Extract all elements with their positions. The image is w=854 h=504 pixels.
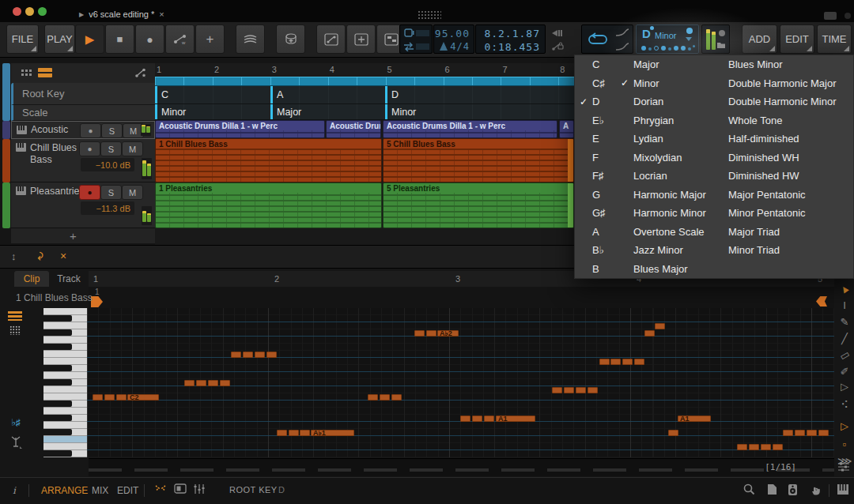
menu-scale-item-2[interactable]: Major Triad — [728, 226, 853, 238]
knife-tool[interactable]: ╱ — [837, 333, 852, 344]
black-key[interactable] — [43, 365, 72, 371]
metronome-icon[interactable] — [440, 42, 448, 51]
root-key-status-value[interactable]: D — [278, 485, 285, 495]
menu-key-item[interactable]: C♯ — [592, 77, 616, 89]
midi-note[interactable] — [243, 352, 253, 358]
playhead-marker[interactable] — [91, 296, 103, 307]
menu-scale-item-2[interactable]: Half-diminished — [728, 133, 853, 145]
add-time-button[interactable] — [346, 24, 376, 54]
menu-scale-item-2[interactable]: Minor Triad — [728, 244, 853, 256]
midi-note[interactable] — [795, 430, 805, 436]
record-arm-button[interactable]: ● — [79, 141, 100, 156]
mic-input-icon[interactable] — [8, 436, 24, 449]
white-key[interactable] — [43, 308, 87, 315]
file-menu-button[interactable]: FILE — [6, 24, 39, 54]
list-view-icon[interactable] — [38, 68, 52, 77]
menu-scale-item[interactable]: Mixolydian — [633, 152, 728, 164]
arranger-clip[interactable]: 5 Pleasantries — [383, 182, 574, 228]
root-key-event[interactable]: D — [385, 86, 574, 103]
step-input-tool[interactable]: ⠪ — [837, 399, 852, 411]
arranger-loop-region[interactable] — [155, 77, 574, 86]
automation-lock-icon[interactable] — [551, 41, 564, 51]
play-menu-button[interactable]: PLAY — [44, 24, 75, 54]
menu-scale-item[interactable]: Harmonic Minor — [633, 207, 728, 219]
editor-sub-ruler[interactable]: 1 — [89, 287, 834, 308]
menu-scale-item[interactable]: Blues Major — [633, 263, 728, 275]
pen-tool[interactable]: ✐ — [837, 366, 852, 378]
midi-note[interactable] — [634, 359, 644, 365]
follow-playback-icon[interactable]: ↷ — [33, 251, 46, 261]
white-key[interactable] — [43, 358, 87, 365]
black-key[interactable] — [43, 415, 72, 421]
mixer-strip-icon[interactable] — [193, 483, 206, 495]
view-edit-button[interactable]: EDIT — [117, 485, 138, 496]
layered-editing-button[interactable] — [236, 24, 265, 54]
single-panel-icon[interactable] — [174, 483, 187, 494]
midi-note[interactable] — [255, 352, 265, 358]
arranger-clip[interactable]: 5 Chill Blues Bass — [383, 138, 574, 182]
grid-resolution-value[interactable]: [1/16] — [765, 462, 796, 472]
midi-note[interactable] — [622, 359, 633, 365]
time-signature-value[interactable]: 4/4 — [450, 41, 470, 52]
black-key[interactable] — [43, 429, 72, 435]
groove-amount-box[interactable] — [416, 30, 429, 36]
track-header-chill-blues-bass[interactable]: Chill Blues Bass ● S M −10.0 dB — [11, 139, 155, 182]
window-zoom-button[interactable] — [38, 7, 47, 16]
enharmonic-icon[interactable]: ♭♯ — [8, 417, 24, 428]
midi-note[interactable] — [266, 352, 277, 358]
white-key[interactable] — [43, 322, 87, 329]
more-tools[interactable]: ⋙ — [837, 455, 852, 467]
scale-dropdown-arrow[interactable] — [686, 37, 692, 41]
arranger-clip[interactable]: Acoustic Drums Dilla 1 - w Perc — [155, 120, 325, 138]
black-key[interactable] — [43, 315, 72, 322]
add-panel-button[interactable]: ADD — [742, 24, 777, 54]
midi-note[interactable] — [472, 416, 482, 422]
song-position-value[interactable]: 8.2.1.87 — [484, 28, 540, 39]
midi-note[interactable] — [761, 444, 771, 450]
menu-scale-item[interactable]: Major — [633, 58, 728, 70]
snap-toggle[interactable]: ▫ — [837, 438, 852, 450]
view-arrange-button[interactable]: ARRANGE — [41, 485, 88, 496]
midi-note[interactable] — [783, 430, 793, 436]
solo-button[interactable]: S — [101, 123, 123, 138]
midi-note[interactable]: A1 — [678, 416, 711, 422]
time-select-tool[interactable]: I — [837, 299, 852, 311]
mute-button[interactable]: M — [122, 185, 143, 200]
white-key[interactable] — [43, 386, 87, 393]
toolbar-drag-dots-icon[interactable] — [418, 10, 441, 21]
audible-toggle[interactable]: ◁ — [837, 422, 852, 434]
eraser-tool[interactable]: ▭ — [835, 347, 853, 364]
arranger-timeline[interactable]: 12345678 CAD MinorMajorMinor Acoustic Dr… — [155, 63, 574, 245]
menu-key-item[interactable]: G — [592, 189, 616, 201]
fold-notes-icon[interactable] — [9, 325, 21, 335]
master-record-dot[interactable] — [719, 30, 725, 36]
note-grid[interactable]: C2A♭1A♭2A1A1 — [87, 308, 834, 457]
menu-scale-item-2[interactable]: Diminished WH — [728, 152, 853, 164]
midi-note[interactable] — [737, 444, 747, 450]
menu-key-item[interactable]: F — [592, 152, 616, 164]
scale-mode-dot[interactable] — [686, 28, 693, 34]
key-scale-widget[interactable]: D Minor — [636, 24, 699, 54]
midi-note[interactable] — [289, 430, 299, 436]
black-key[interactable] — [43, 379, 72, 386]
black-key[interactable] — [43, 450, 72, 457]
midi-note[interactable] — [220, 380, 230, 386]
midi-note[interactable] — [231, 352, 241, 358]
time-panel-button[interactable]: TIME — [817, 24, 852, 54]
position-display[interactable]: 8.2.1.87 0:18.453 — [475, 24, 546, 54]
project-tab-close-icon[interactable]: × — [159, 9, 164, 19]
arranger-automation-button[interactable] — [316, 24, 346, 54]
file-browser-icon[interactable] — [767, 483, 777, 495]
midi-note[interactable] — [184, 380, 195, 386]
pointer-tool[interactable]: ▲ — [835, 280, 853, 298]
scale-lane-header[interactable]: Scale — [11, 105, 155, 121]
solo-button[interactable]: S — [100, 185, 122, 200]
scale-name-value[interactable]: Minor — [655, 31, 677, 40]
record-button[interactable]: ● — [135, 24, 164, 54]
midi-note[interactable] — [749, 444, 759, 450]
black-key[interactable] — [43, 329, 72, 336]
piano-keyboard[interactable] — [43, 308, 87, 457]
fade-in-icon[interactable] — [615, 28, 629, 37]
menu-scale-item-2[interactable]: Diminished HW — [728, 170, 853, 182]
menu-scale-item-2[interactable]: Double Harmonic Major — [728, 77, 853, 89]
